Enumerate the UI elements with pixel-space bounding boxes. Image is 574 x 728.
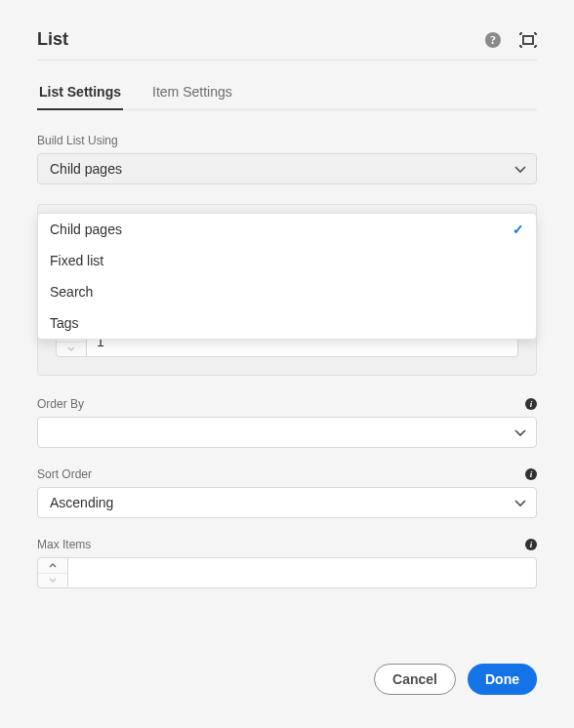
stepper-down-icon[interactable]: [38, 574, 67, 588]
max-items-stepper[interactable]: [37, 557, 68, 588]
info-icon[interactable]: i: [525, 468, 537, 480]
dropdown-option-label: Tags: [50, 315, 79, 331]
dropdown-option-label: Fixed list: [50, 253, 103, 268]
chevron-down-icon: [514, 425, 526, 440]
sort-order-value: Ascending: [50, 495, 113, 510]
chevron-down-icon: [514, 161, 526, 177]
dropdown-option-search[interactable]: Search: [38, 276, 536, 307]
dropdown-option-label: Child pages: [50, 222, 122, 237]
tab-item-settings[interactable]: Item Settings: [150, 74, 234, 109]
chevron-down-icon: [514, 495, 526, 510]
sort-order-select[interactable]: Ascending: [37, 487, 537, 518]
info-icon[interactable]: i: [525, 539, 537, 550]
cancel-button[interactable]: Cancel: [374, 664, 456, 695]
dialog-title: List: [37, 29, 68, 50]
dropdown-option-child-pages[interactable]: Child pages ✓: [38, 214, 536, 245]
build-list-dropdown: Child pages ✓ Fixed list Search Tags: [37, 213, 537, 340]
max-items-input[interactable]: [68, 557, 537, 588]
stepper-up-icon[interactable]: [38, 558, 67, 574]
build-list-label: Build List Using: [37, 134, 537, 147]
sort-order-label: Sort Order: [37, 467, 92, 481]
order-by-select[interactable]: [37, 417, 537, 448]
svg-text:?: ?: [490, 33, 496, 47]
done-button[interactable]: Done: [468, 664, 537, 695]
dropdown-option-fixed-list[interactable]: Fixed list: [38, 245, 536, 276]
order-by-label: Order By: [37, 397, 84, 411]
checkmark-icon: ✓: [512, 222, 524, 237]
help-icon[interactable]: ?: [484, 31, 502, 49]
build-list-value: Child pages: [50, 161, 122, 177]
info-icon[interactable]: i: [525, 398, 537, 410]
stepper-down-icon[interactable]: [57, 343, 86, 357]
build-list-select[interactable]: Child pages: [37, 153, 537, 184]
svg-rect-2: [523, 36, 533, 44]
dropdown-option-label: Search: [50, 284, 93, 300]
tabs: List Settings Item Settings: [37, 74, 537, 110]
max-items-label: Max Items: [37, 538, 91, 551]
tab-list-settings[interactable]: List Settings: [37, 74, 123, 109]
fullscreen-icon[interactable]: [519, 31, 537, 49]
dropdown-option-tags[interactable]: Tags: [38, 307, 536, 339]
